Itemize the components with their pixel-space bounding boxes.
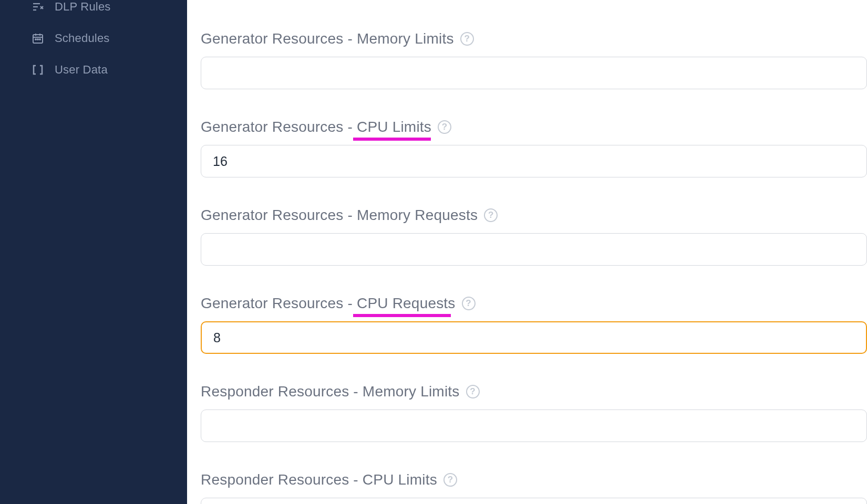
sidebar-item-label: Schedules — [55, 32, 110, 45]
resp-mem-limits-input[interactable] — [201, 410, 867, 442]
gen-mem-limits-input[interactable] — [201, 57, 867, 89]
field-label-row: Generator Resources - Memory Limits ? — [201, 30, 867, 47]
field-label: Responder Resources - Memory Limits — [201, 383, 460, 400]
resource-form: Generator Resources - Memory Limits ? Ge… — [201, 30, 867, 504]
annotation-underline — [353, 138, 431, 141]
field-label: Generator Resources - CPU Limits — [201, 119, 431, 135]
calendar-icon — [32, 32, 44, 45]
field-label-row: Generator Resources - CPU Requests ? — [201, 295, 867, 312]
sidebar-item-user-data[interactable]: User Data — [0, 54, 187, 86]
sidebar-item-label: User Data — [55, 63, 108, 77]
svg-point-10 — [37, 39, 38, 40]
sidebar-item-label: DLP Rules — [55, 0, 111, 14]
field-resp-cpu-limits: Responder Resources - CPU Limits ? — [201, 471, 867, 504]
field-gen-mem-limits: Generator Resources - Memory Limits ? — [201, 30, 867, 89]
gen-cpu-limits-input[interactable] — [201, 145, 867, 177]
svg-point-11 — [39, 39, 40, 40]
field-gen-cpu-limits: Generator Resources - CPU Limits ? — [201, 119, 867, 177]
main-content: Generator Resources - Memory Limits ? Ge… — [187, 0, 867, 504]
field-label-row: Responder Resources - Memory Limits ? — [201, 383, 867, 400]
help-icon[interactable]: ? — [460, 32, 474, 46]
field-gen-cpu-requests: Generator Resources - CPU Requests ? — [201, 295, 867, 354]
annotation-underline — [353, 314, 451, 317]
help-icon[interactable]: ? — [438, 120, 451, 134]
field-resp-mem-limits: Responder Resources - Memory Limits ? — [201, 383, 867, 442]
help-icon[interactable]: ? — [484, 208, 498, 222]
sidebar: DLP Rules Schedules User Data — [0, 0, 187, 504]
help-icon[interactable]: ? — [462, 297, 476, 310]
field-label: Responder Resources - CPU Limits — [201, 471, 437, 488]
field-label: Generator Resources - CPU Requests — [201, 295, 456, 312]
svg-point-9 — [35, 39, 36, 40]
sidebar-item-dlp-rules[interactable]: DLP Rules — [0, 0, 187, 23]
field-label-row: Generator Resources - Memory Requests ? — [201, 207, 867, 224]
field-gen-mem-requests: Generator Resources - Memory Requests ? — [201, 207, 867, 266]
field-label-row: Responder Resources - CPU Limits ? — [201, 471, 867, 488]
gen-cpu-requests-input[interactable] — [201, 321, 867, 354]
brackets-icon — [32, 64, 44, 76]
field-label: Generator Resources - Memory Limits — [201, 30, 454, 47]
help-icon[interactable]: ? — [443, 473, 457, 487]
filter-x-icon — [32, 1, 44, 13]
gen-mem-requests-input[interactable] — [201, 233, 867, 266]
resp-cpu-limits-input[interactable] — [201, 498, 867, 504]
help-icon[interactable]: ? — [466, 385, 480, 398]
field-label: Generator Resources - Memory Requests — [201, 207, 478, 224]
field-label-row: Generator Resources - CPU Limits ? — [201, 119, 867, 135]
sidebar-item-schedules[interactable]: Schedules — [0, 23, 187, 54]
